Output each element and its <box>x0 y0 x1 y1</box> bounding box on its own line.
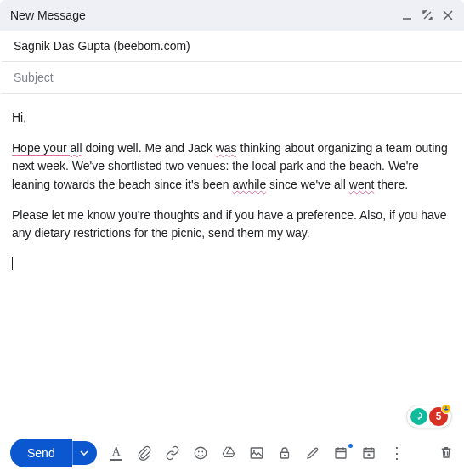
error-count: 5 <box>436 411 442 422</box>
error-count-badge[interactable]: 5 + <box>429 407 448 426</box>
subject-placeholder: Subject <box>14 71 54 84</box>
discard-draft-icon[interactable] <box>439 445 454 462</box>
compose-toolbar: A <box>109 445 405 461</box>
insert-drive-icon[interactable] <box>221 445 236 461</box>
body-text: Hope your <box>12 141 70 156</box>
insert-signature-icon[interactable] <box>305 445 320 461</box>
grammar-error: awhile <box>233 178 267 191</box>
svg-rect-3 <box>251 448 263 458</box>
minimize-icon[interactable] <box>401 9 413 21</box>
svg-rect-7 <box>336 449 346 458</box>
svg-point-1 <box>198 451 200 453</box>
body-greeting: Hi, <box>12 109 452 128</box>
body-text: doing well. Me and Jack <box>82 141 216 155</box>
insert-emoji-icon[interactable] <box>193 445 208 461</box>
body-text: since we've all <box>266 178 349 191</box>
format-letter: A <box>112 446 121 458</box>
close-icon[interactable] <box>442 9 454 21</box>
text-cursor <box>12 255 452 274</box>
chevron-down-icon <box>80 449 88 457</box>
footer-left: Send A <box>10 439 405 468</box>
svg-point-2 <box>201 451 203 453</box>
send-button-group: Send <box>10 439 97 468</box>
suggestion-bulb-icon[interactable] <box>410 408 427 425</box>
send-button[interactable]: Send <box>10 439 72 468</box>
body-text: there. <box>374 178 408 191</box>
plus-badge-icon: + <box>441 404 451 414</box>
confidential-mode-icon[interactable] <box>277 445 292 461</box>
insert-photo-icon[interactable] <box>249 445 264 461</box>
compose-footer: Send A <box>0 430 464 476</box>
grammarly-widget[interactable]: 5 + <box>406 405 452 428</box>
fullscreen-icon[interactable] <box>422 9 433 21</box>
svg-point-0 <box>195 447 207 459</box>
compose-title: New Message <box>10 8 86 22</box>
recipients-field[interactable]: Sagnik Das Gupta (beebom.com) <box>2 31 462 62</box>
spelling-error: all <box>70 141 82 155</box>
schedule-send-icon[interactable] <box>333 445 348 461</box>
body-paragraph-1: Hope your all doing well. Me and Jack wa… <box>12 139 452 195</box>
header-actions <box>401 9 454 21</box>
message-body[interactable]: Hi, Hope your all doing well. Me and Jac… <box>0 94 464 400</box>
body-paragraph-2: Please let me know you're thoughts and i… <box>12 207 452 243</box>
insert-link-icon[interactable] <box>165 445 180 461</box>
subject-field[interactable]: Subject <box>2 62 462 94</box>
attach-file-icon[interactable] <box>137 445 152 461</box>
send-options-button[interactable] <box>72 441 97 465</box>
more-options-icon[interactable]: ⋮ <box>389 445 405 461</box>
notification-dot-icon <box>348 444 353 448</box>
label-icon[interactable] <box>361 445 376 461</box>
grammar-error: went <box>349 178 375 191</box>
grammar-error: was <box>216 141 237 155</box>
svg-rect-8 <box>364 449 374 458</box>
svg-point-4 <box>253 450 255 452</box>
svg-point-6 <box>284 455 286 456</box>
compose-header: New Message <box>0 0 464 31</box>
formatting-options-icon[interactable]: A <box>109 445 124 461</box>
